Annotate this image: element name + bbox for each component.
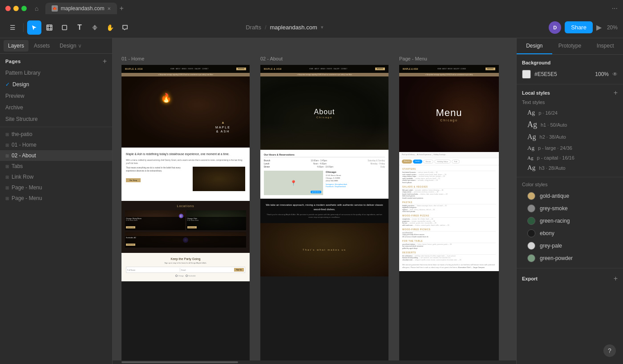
filter-lunch[interactable]: Lunch — [413, 160, 422, 164]
directions-btn[interactable]: get directions — [311, 191, 321, 193]
page-item-site-structure[interactable]: Site Structure — [0, 113, 112, 125]
signup-btn[interactable]: Sign Up — [234, 268, 244, 272]
layer-item-page-menu-2[interactable]: ⊞ Page - Menu — [0, 193, 112, 204]
text-style-p-capital[interactable]: Ag p - capital · 16/16 — [522, 153, 618, 162]
hours-days: Saturday & Sunday — [368, 160, 385, 162]
select-tool-btn[interactable] — [27, 20, 41, 35]
menu-item: crispy chicken strips — smoked honey, fi… — [402, 176, 496, 177]
layer-item-home[interactable]: ⊞ 01 - Home — [0, 140, 112, 150]
inspect-tab[interactable]: Inspect — [587, 38, 623, 54]
card-btn[interactable]: Reserve Now — [126, 244, 135, 246]
layer-item-tabs[interactable]: ⊞ Tabs — [0, 161, 112, 172]
panel-divider — [0, 127, 112, 127]
canvas-inner[interactable]: 01 - Home MAPLE & ASH HOME ABOUT MENUS E… — [113, 38, 516, 364]
text-style-h3[interactable]: Ag h3 · 28/Auto — [522, 162, 618, 173]
mission-sub: Thank you for choosing Maple & Ash. We p… — [265, 213, 384, 219]
chicago-check[interactable]: Chicago — [175, 275, 184, 277]
new-tab-btn[interactable]: + — [120, 4, 124, 12]
color-style-gold[interactable]: gold-antique — [522, 190, 618, 202]
frame-menu[interactable]: MAPLE & ASH HOME ABOUT MENUS GALLERY LOU… — [399, 65, 499, 364]
ts-p-large-label: p - large · 24/36 — [538, 145, 572, 151]
component-tool-btn[interactable] — [88, 20, 102, 35]
hand-tool-btn[interactable]: ✋ — [103, 20, 117, 35]
titlebar-more[interactable]: ··· — [612, 4, 618, 12]
text-style-h1[interactable]: Ag h1 · 50/Auto — [522, 118, 618, 131]
page-item-preview[interactable]: Preview — [0, 90, 112, 102]
layer-label: Link Row — [12, 174, 33, 180]
desserts-section: DESSERTS the celebration — birthday cake… — [402, 251, 496, 261]
zoom-level[interactable]: 20% — [607, 24, 618, 31]
nav-link: HOME — [437, 68, 441, 70]
prototype-tab[interactable]: Prototype — [552, 38, 588, 54]
canvas-scrollbar[interactable] — [113, 360, 516, 364]
minimize-dot[interactable] — [13, 6, 19, 11]
color-style-ebony[interactable]: ebony — [522, 227, 618, 240]
add-export-btn[interactable]: + — [614, 275, 618, 283]
email-input[interactable] — [180, 268, 233, 272]
layers-tab[interactable]: Layers — [4, 40, 28, 52]
scottsdale-check[interactable]: Scottsdale — [186, 275, 195, 277]
filter-dinner[interactable]: Dinner — [423, 160, 434, 164]
main-menu-btn[interactable]: ☰ — [5, 20, 20, 35]
layer-item-page-menu-1[interactable]: ⊞ Page - Menu — [0, 182, 112, 193]
filter-full[interactable]: Full — [452, 160, 460, 164]
color-style-green-powder[interactable]: green-powder — [522, 252, 618, 264]
menu-item: bench fried bruschetta — chicken, kale, … — [402, 193, 496, 195]
layer-item-patio[interactable]: ⊞ the-patio — [0, 129, 112, 140]
facebook-link[interactable]: Facebook: /mapleandash — [326, 185, 385, 188]
card-btn[interactable]: Reserve Now — [126, 226, 135, 228]
frame-home[interactable]: MAPLE & ASH HOME ABOUT MENUS EVENTS GALL… — [121, 65, 250, 364]
home-cta[interactable]: Our Story — [126, 178, 141, 182]
page-item-archive[interactable]: Archive — [0, 102, 112, 113]
layer-label: Page - Menu — [12, 184, 42, 191]
canvas[interactable]: 01 - Home MAPLE & ASH HOME ABOUT MENUS E… — [113, 38, 516, 364]
frame-about[interactable]: MAPLE & ASH HOME ABOUT MENUS EVENTS GALL… — [260, 65, 388, 364]
visibility-icon[interactable]: 👁 — [612, 71, 618, 77]
text-style-p[interactable]: Ag p · 16/24 — [522, 108, 618, 118]
pickup-tab-2[interactable]: At Home Experience — [417, 154, 431, 156]
background-color-swatch[interactable] — [522, 70, 531, 79]
add-style-btn[interactable]: + — [614, 89, 618, 97]
shape-tool-btn[interactable] — [57, 20, 72, 35]
page-item-design[interactable]: ✓ Design — [0, 79, 112, 90]
drafts-label: Drafts — [246, 24, 261, 31]
share-button[interactable]: Share — [565, 21, 593, 33]
home-icon[interactable]: ⌂ — [35, 5, 38, 12]
play-button[interactable]: ▶ — [596, 23, 602, 32]
text-tool-btn[interactable]: T — [73, 20, 87, 35]
name-input[interactable] — [127, 268, 179, 272]
design-tab[interactable]: Design — [517, 38, 552, 54]
layer-item-link-row[interactable]: ⊞ Link Row — [0, 172, 112, 182]
table-title: FOR THE TABLE — [402, 240, 496, 243]
color-styles-label: Color styles — [522, 182, 618, 187]
text-style-p-large[interactable]: Ag p - large · 24/36 — [522, 143, 618, 153]
hours-time: 10:00am - 3:45pm — [311, 160, 327, 162]
layer-item-about[interactable]: ⊞ 02 - About — [0, 150, 112, 161]
add-page-btn[interactable]: + — [103, 57, 107, 65]
page-item-pattern-library[interactable]: Pattern Library — [0, 67, 112, 79]
close-dot[interactable] — [5, 6, 11, 11]
background-opacity[interactable]: 100% — [595, 71, 609, 77]
dropdown-arrow[interactable]: ▾ — [321, 24, 324, 30]
tab-close-btn[interactable]: ✕ — [107, 6, 111, 11]
assets-tab[interactable]: Assets — [29, 40, 54, 52]
color-style-grey-smoke[interactable]: grey-smoke — [522, 202, 618, 215]
page-label: Archive — [5, 104, 23, 111]
text-style-h2[interactable]: Ag h2 · 38/Auto — [522, 131, 618, 143]
design-tab[interactable]: Design ∨ — [55, 40, 86, 52]
color-style-grey-pale[interactable]: grey-pale — [522, 240, 618, 252]
comment-tool-btn[interactable] — [118, 20, 132, 35]
background-hex[interactable]: #E5E5E5 — [534, 71, 591, 77]
frame-tool-btn[interactable] — [42, 20, 57, 35]
help-button[interactable]: ? — [603, 344, 616, 357]
filter-holiday[interactable]: Holiday Value — [434, 160, 450, 164]
user-avatar[interactable]: D — [549, 21, 561, 34]
pickup-tab-3[interactable]: Holiday Cravings... — [433, 154, 446, 156]
filter-brunch[interactable]: Brunch — [402, 160, 412, 164]
card-btn[interactable]: Reserve Now — [187, 226, 197, 228]
pickup-tab-1[interactable]: Pick Up & Delivery — [402, 154, 415, 156]
color-style-green-racing[interactable]: green-racing — [522, 215, 618, 227]
nav-link: HOME — [170, 68, 174, 70]
active-tab[interactable]: 🍁 mapleandash.com ✕ — [45, 3, 117, 14]
maximize-dot[interactable] — [21, 6, 27, 11]
